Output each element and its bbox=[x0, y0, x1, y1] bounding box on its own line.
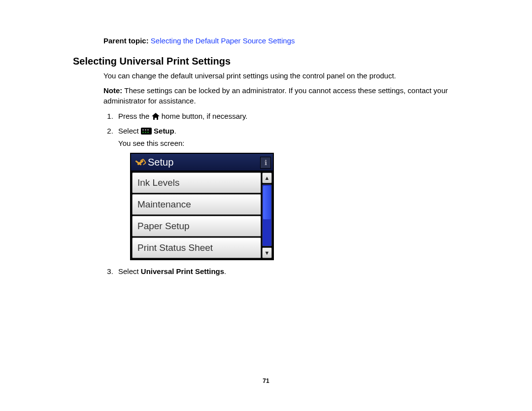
lcd-item-maintenance[interactable]: Maintenance bbox=[132, 194, 261, 215]
lcd-menu-list: Ink Levels Maintenance Paper Setup Print… bbox=[131, 171, 262, 259]
step-2-bold: Setup bbox=[154, 127, 174, 135]
lcd-scrollbar[interactable]: ▲ ▼ bbox=[262, 171, 273, 259]
lcd-header: Setup ℹ bbox=[131, 154, 273, 171]
page-title: Selecting Universal Print Settings bbox=[73, 56, 532, 67]
step-1: Press the home button, if necessary. bbox=[115, 111, 473, 123]
page-number: 71 bbox=[0, 377, 532, 384]
parent-topic-line: Parent topic: Selecting the Default Pape… bbox=[103, 36, 532, 45]
step-3-text-a: Select bbox=[118, 267, 141, 275]
note-body: These settings can be locked by an admin… bbox=[103, 86, 448, 104]
step-1-text-a: Press the bbox=[118, 112, 152, 120]
step-3: Select Universal Print Settings. bbox=[115, 266, 473, 277]
scroll-up-arrow-icon[interactable]: ▲ bbox=[262, 172, 272, 183]
steps-list: Press the home button, if necessary. Sel… bbox=[115, 111, 473, 277]
scroll-down-arrow-icon[interactable]: ▼ bbox=[262, 247, 272, 258]
printer-lcd-screenshot: Setup ℹ Ink Levels Maintenance Paper Set… bbox=[130, 153, 274, 260]
scroll-track[interactable] bbox=[262, 184, 272, 246]
lcd-body: Ink Levels Maintenance Paper Setup Print… bbox=[131, 171, 273, 259]
scroll-thumb[interactable] bbox=[263, 186, 271, 219]
note-paragraph: Note: These settings can be locked by an… bbox=[103, 86, 473, 106]
step-2-subline: You see this screen: bbox=[118, 138, 473, 149]
parent-topic-link[interactable]: Selecting the Default Paper Source Setti… bbox=[151, 36, 295, 45]
lcd-item-paper-setup[interactable]: Paper Setup bbox=[132, 216, 261, 237]
step-3-bold: Universal Print Settings bbox=[141, 267, 224, 275]
document-page: Parent topic: Selecting the Default Pape… bbox=[0, 0, 532, 411]
tools-icon bbox=[134, 157, 144, 167]
setup-icon bbox=[141, 128, 152, 135]
step-2: Select Setup. You see this screen: Setup… bbox=[115, 126, 473, 260]
lcd-item-print-status-sheet[interactable]: Print Status Sheet bbox=[132, 238, 261, 258]
parent-topic-label: Parent topic: bbox=[103, 36, 149, 45]
step-2-text-c: . bbox=[174, 127, 176, 135]
step-2-text-a: Select bbox=[118, 127, 141, 135]
step-3-text-c: . bbox=[224, 267, 226, 275]
home-icon bbox=[152, 112, 160, 123]
intro-paragraph: You can change the default universal pri… bbox=[103, 71, 473, 81]
info-icon: ℹ bbox=[260, 157, 271, 169]
step-1-text-b: home button, if necessary. bbox=[162, 112, 248, 120]
lcd-item-ink-levels[interactable]: Ink Levels bbox=[132, 172, 261, 193]
lcd-title: Setup bbox=[148, 155, 173, 170]
note-label: Note: bbox=[103, 86, 122, 95]
